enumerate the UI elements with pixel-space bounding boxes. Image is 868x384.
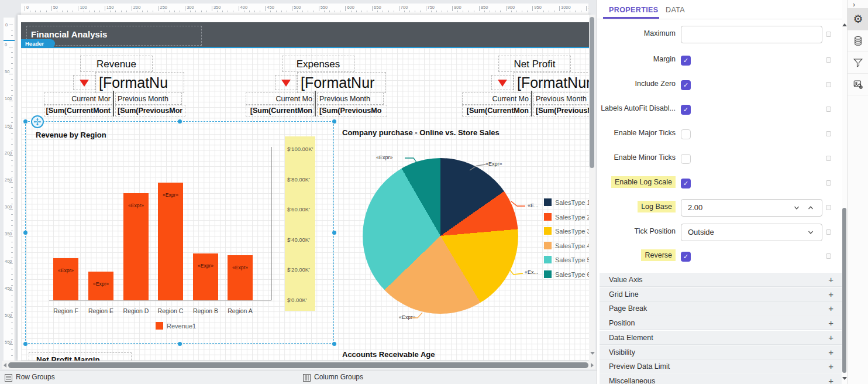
- accounts-receivable-title[interactable]: Accounts Receivable Age: [342, 350, 435, 359]
- bar-region-c[interactable]: [158, 183, 183, 300]
- data-source-button[interactable]: [848, 30, 868, 52]
- section-page-break[interactable]: Page Break+: [600, 301, 842, 316]
- scroll-down-arrow-icon[interactable]: [590, 352, 595, 355]
- expand-plus-icon[interactable]: +: [828, 345, 833, 359]
- prop-checkbox-include-zero[interactable]: ✓: [681, 80, 691, 90]
- spinner-down[interactable]: [794, 200, 801, 216]
- canvas-vertical-scrollbar[interactable]: [589, 15, 595, 361]
- selection-handle[interactable]: [332, 342, 336, 346]
- collapse-chevron-icon[interactable]: ›: [853, 1, 855, 9]
- kpi-value-cell[interactable]: [FormatNur: [297, 72, 386, 93]
- expand-plus-icon[interactable]: +: [828, 287, 833, 301]
- tab-data[interactable]: DATA: [666, 6, 685, 14]
- prop-expression-checkbox[interactable]: [826, 205, 831, 210]
- bar-region-f[interactable]: [53, 258, 78, 300]
- prop-expression-checkbox[interactable]: [826, 253, 831, 259]
- prop-expression-checkbox[interactable]: [826, 32, 831, 37]
- move-handle[interactable]: [31, 115, 44, 128]
- prop-field-log-base[interactable]: 2.00: [681, 199, 822, 217]
- kpi-value-cell[interactable]: [FormatNu: [95, 72, 184, 93]
- expand-plus-icon[interactable]: +: [828, 273, 833, 287]
- prop-expression-checkbox[interactable]: [826, 57, 831, 63]
- kpi-col2-header-cell[interactable]: Previous Month: [115, 92, 182, 105]
- kpi-value-cell[interactable]: [FormatNum: [514, 72, 590, 93]
- kpi-val1-cell[interactable]: [Sum(CurrentMon: [246, 105, 314, 116]
- kpi-title-cell[interactable]: Revenue: [80, 56, 153, 72]
- kpi-val2-cell[interactable]: [Sum(PreviousMor: [115, 105, 185, 116]
- header-section-tab[interactable]: Header: [21, 39, 55, 48]
- section-visibility[interactable]: Visibility+: [600, 345, 842, 359]
- canvas-vertical-scrollbar-thumb[interactable]: [590, 17, 594, 168]
- panel-scroll-down-icon[interactable]: [842, 377, 847, 380]
- dropdown-open[interactable]: [808, 224, 815, 241]
- settings-gear-button[interactable]: ⚙: [848, 8, 868, 30]
- prop-checkbox-reverse[interactable]: ✓: [681, 252, 691, 262]
- net-profit-margin-textbox[interactable]: Net Profit Margin: [29, 352, 132, 361]
- section-data-element[interactable]: Data Element+: [600, 331, 842, 345]
- section-grid-line[interactable]: Grid Line+: [600, 287, 842, 301]
- kpi-indicator-cell[interactable]: [491, 75, 514, 90]
- prop-checkbox-enable-major-ticks[interactable]: [681, 129, 691, 139]
- kpi-val2-cell[interactable]: [Sum(PreviousMo: [317, 105, 387, 116]
- kpi-val2-cell[interactable]: [Sum(PreviousMo: [533, 105, 590, 116]
- expand-plus-icon[interactable]: +: [828, 331, 833, 345]
- kpi-val1-cell[interactable]: [Sum(CurrentMon: [462, 105, 531, 116]
- prop-expression-checkbox[interactable]: [826, 180, 831, 186]
- prop-checkbox-margin[interactable]: ✓: [681, 56, 691, 66]
- kpi-col2-header-cell[interactable]: Previous Month: [317, 92, 384, 105]
- image-settings-button[interactable]: [848, 73, 868, 95]
- selection-handle[interactable]: [23, 342, 27, 346]
- selection-handle[interactable]: [23, 119, 27, 124]
- kpi-col2-header-cell[interactable]: Previous Month: [533, 92, 590, 105]
- spinner-up[interactable]: [808, 200, 815, 216]
- bar-region-b[interactable]: [193, 253, 218, 300]
- section-value-axis[interactable]: Value Axis+: [600, 273, 842, 287]
- expand-plus-icon[interactable]: +: [828, 316, 833, 330]
- expand-plus-icon[interactable]: +: [828, 359, 833, 373]
- kpi-val1-cell[interactable]: [Sum(CurrentMont: [44, 105, 112, 116]
- prop-field-maximum[interactable]: [681, 26, 822, 43]
- panel-scrollbar-thumb[interactable]: [842, 208, 846, 373]
- bar-region-a[interactable]: [228, 255, 253, 300]
- kpi-title-cell[interactable]: Expenses: [282, 56, 354, 72]
- prop-expression-checkbox[interactable]: [826, 156, 831, 161]
- expand-plus-icon[interactable]: +: [828, 374, 833, 384]
- prop-expression-checkbox[interactable]: [826, 229, 831, 235]
- kpi-indicator-cell[interactable]: [73, 75, 95, 90]
- bar-region-d[interactable]: [123, 193, 149, 300]
- prop-expression-checkbox[interactable]: [826, 131, 831, 136]
- panel-scrollbar[interactable]: [842, 0, 847, 384]
- kpi-col1-header-cell[interactable]: Current Mor: [44, 92, 112, 105]
- selection-handle[interactable]: [332, 119, 336, 124]
- prop-expression-checkbox[interactable]: [826, 107, 831, 112]
- selection-handle[interactable]: [178, 119, 182, 124]
- panel-scroll-up-icon[interactable]: [842, 23, 847, 26]
- selection-handle[interactable]: [23, 231, 27, 235]
- filter-button[interactable]: [848, 52, 868, 74]
- section-miscellaneous[interactable]: Miscellaneous+: [600, 374, 842, 384]
- prop-field-tick-position[interactable]: Outside: [681, 224, 822, 241]
- canvas-horizontal-scrollbar[interactable]: [2, 361, 595, 369]
- kpi-col1-header-cell[interactable]: Current Mo: [462, 92, 531, 105]
- kpi-col1-header-cell[interactable]: Current Mo: [246, 92, 314, 105]
- prop-checkbox-labels-autofit-disabl-[interactable]: ✓: [681, 105, 691, 115]
- prop-expression-checkbox[interactable]: [826, 82, 831, 87]
- section-preview-data-limit[interactable]: Preview Data Limit+: [600, 359, 842, 373]
- kpi-title-cell[interactable]: Net Profit: [498, 56, 571, 72]
- prop-checkbox-enable-log-scale[interactable]: ✓: [681, 179, 691, 188]
- expand-plus-icon[interactable]: +: [828, 301, 833, 316]
- kpi-indicator-cell[interactable]: [275, 75, 297, 90]
- section-position[interactable]: Position+: [600, 316, 842, 330]
- selection-handle[interactable]: [332, 231, 336, 235]
- row-groups-label[interactable]: Row Groups: [16, 373, 55, 381]
- prop-checkbox-enable-minor-ticks[interactable]: [681, 154, 691, 164]
- column-groups-label[interactable]: Column Groups: [314, 373, 363, 381]
- prop-input-maximum[interactable]: [688, 27, 807, 42]
- page-header-band[interactable]: Financial Analysis: [21, 22, 590, 48]
- scroll-left-arrow-icon[interactable]: [4, 363, 6, 368]
- report-page-canvas[interactable]: Financial Analysis Header Revenue[Format…: [18, 15, 590, 361]
- tab-properties[interactable]: PROPERTIES: [609, 6, 659, 14]
- scroll-right-arrow-icon[interactable]: [591, 363, 594, 368]
- selection-handle[interactable]: [178, 342, 182, 346]
- bar-chart-item[interactable]: Revenue by Region$'100.00K'$'80.00K'$'60…: [25, 121, 334, 344]
